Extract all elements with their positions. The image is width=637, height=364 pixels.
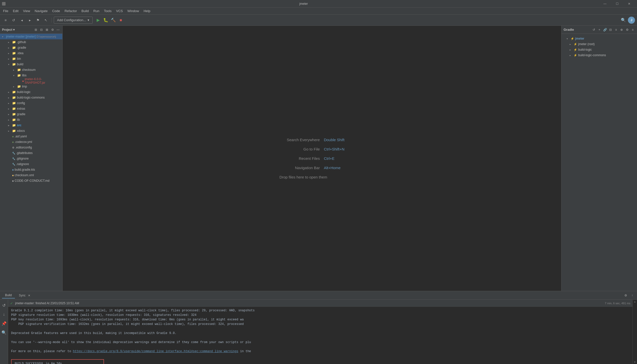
tree-item-editorconfig[interactable]: ⚙ .editorconfig [0,145,62,150]
panel-icon-expand[interactable]: ⊠ [45,27,49,32]
tree-item-jar[interactable]: ▸ ■ jmeter-6.0.0-SNAPSHOT.jar [0,78,62,84]
tree-item-build-logic-commons[interactable]: ▸ 📁 build-logic-commons [0,95,62,100]
panel-icon-close[interactable]: — [56,27,60,32]
menu-vcs[interactable]: VCS [114,8,125,14]
bottom-expand-icon[interactable]: ↑ [629,293,635,298]
tree-item-build-gradle[interactable]: ■ build.gradle.kts [0,167,62,172]
run-debug-button[interactable]: 🐛 [102,17,109,24]
hint-search-everywhere: Search Everywhere Double Shift [279,138,344,142]
tree-item-gradle[interactable]: ▸ 📁 gradle [0,111,62,117]
tree-root-label: jmeter-master [jmeter] D:\opensource\j [6,35,56,38]
tree-item-config[interactable]: ▸ 📁 config [0,100,62,106]
panel-icon-scroll-to[interactable]: ⊟ [39,27,44,32]
gradle-sort-icon[interactable]: ≡ [614,27,618,32]
tree-item-lib[interactable]: ▸ 📁 lib [0,117,62,123]
tree-item-github[interactable]: ▸ 📁 .github [0,39,62,45]
scroll-up-icon[interactable]: ▲ [634,300,636,303]
scroll-down-icon[interactable]: ▼ [634,361,636,363]
build-filter-icon[interactable]: 🔍 [1,329,8,336]
build-pin-icon[interactable]: 📌 [1,320,8,327]
tree-item-tmp[interactable]: ▸ 📁 tmp [0,84,62,89]
window-controls[interactable]: — ☐ ✕ [599,0,635,8]
tree-item-gitattributes[interactable]: 🔧 .gitattributes [0,150,62,156]
close-button[interactable]: ✕ [623,0,635,8]
toolbar-cursor[interactable]: ↖ [42,17,49,24]
run-stop-button[interactable]: ■ [117,17,124,24]
menu-run[interactable]: Run [91,8,101,14]
hint-search-label: Search Everywhere [279,138,320,142]
panel-icon-settings[interactable]: ⚙ [50,27,55,32]
gradle-expand-icon[interactable]: ⊟ [608,27,613,32]
gradle-label-build-logic: build-logic [578,48,592,51]
tree-item-asf-yaml[interactable]: ■ .asf.yaml [0,134,62,139]
menu-code[interactable]: Code [50,8,62,14]
maximize-button[interactable]: ☐ [611,0,623,8]
menu-view[interactable]: View [21,8,32,14]
hint-drop-text: Drop files here to open them [279,175,327,179]
gradle-item-jmeter[interactable]: ▾ ⚡ jmeter [562,36,637,41]
menu-refactor[interactable]: Refactor [63,8,79,14]
tab-build[interactable]: Build [2,292,15,298]
search-everywhere-icon[interactable]: 🔍 [620,17,627,24]
bottom-tab-icons: ⚙ ↑ [623,293,635,298]
tree-item-codecov[interactable]: ■ .codecov.yml [0,139,62,145]
toolbar-nav-back[interactable]: ≡ [2,17,9,24]
hint-nav-label: Navigation Bar [279,166,320,170]
tree-item-bin[interactable]: ▸ 📁 bin [0,56,62,62]
tree-label-build-logic: build-logic [17,90,31,94]
tree-item-gradle-folder[interactable]: ▸ 📁 .gradle [0,45,62,50]
build-scroll-icon[interactable]: ↓ [1,311,8,318]
run-build-button[interactable]: 🔨 [110,17,117,24]
build-output-content[interactable]: Gradle 9.1.2 completion time: 16ms (goes… [8,307,632,364]
bottom-settings-icon[interactable]: ⚙ [623,293,628,298]
tab-sync-close[interactable]: ✕ [28,294,30,297]
gradle-filter-icon[interactable]: ⊕ [619,27,624,32]
gradle-link-icon[interactable]: 🔗 [603,27,607,32]
tree-item-src[interactable]: ▸ 📁 src [0,123,62,128]
tree-item-checksum[interactable]: ▸ 📁 checksum [0,67,62,73]
toolbar-bookmark[interactable]: ⚑ [34,17,41,24]
minimize-button[interactable]: — [599,0,611,8]
menu-navigate[interactable]: Navigate [33,8,49,14]
tree-label-gradle-folder: .gradle [17,46,26,49]
gradle-settings-icon[interactable]: ⚙ [625,27,629,32]
tree-root[interactable]: ▾ jmeter-master [jmeter] D:\opensource\j [0,34,62,39]
gradle-add-icon[interactable]: + [597,27,602,32]
bottom-panel: Build Sync ✕ ⚙ ↑ ↺ ↓ 📌 🔍 ✓ [0,291,637,364]
gradle-docs-link[interactable]: https://docs.gradle.org/8.9/userguide/co… [73,350,238,353]
build-rerun-icon[interactable]: ↺ [1,302,8,309]
gradle-item-build-logic[interactable]: ▸ ⚡ build-logic [562,47,637,52]
menu-window[interactable]: Window [125,8,141,14]
menu-tools[interactable]: Tools [102,8,114,14]
gradle-item-build-logic-commons[interactable]: ▸ ⚡ build-logic-commons [562,52,637,58]
tree-item-ratignore[interactable]: 🔧 .ratignore [0,161,62,167]
tree-item-checksum-xml[interactable]: ■ checksum.xml [0,172,62,178]
toolbar-refresh[interactable]: ↺ [10,17,17,24]
menu-help[interactable]: Help [142,8,152,14]
panel-icon-locate[interactable]: ⊞ [34,27,38,32]
tree-label-gradle: gradle [17,112,25,116]
add-configuration-button[interactable]: Add Configuration... ▾ [54,17,93,24]
gradle-toolbar-icon[interactable]: ≡ [630,27,635,32]
tree-label-tmp: tmp [22,85,27,88]
toolbar-nav-next[interactable]: ▸ [26,17,33,24]
tree-item-build-logic[interactable]: ▸ 📁 build-logic [0,89,62,95]
menu-file[interactable]: File [1,8,10,14]
tree-item-extras[interactable]: ▸ 📁 extras [0,106,62,111]
tree-item-conduct[interactable]: ■ CODE-OF-CONDUCT.md [0,178,62,184]
right-scrollbar[interactable]: ▲ ▼ [632,300,637,364]
tree-item-build[interactable]: ▾ 📁 build [0,62,62,67]
tree-label-idea: .idea [17,51,23,55]
tree-item-xdocs[interactable]: ▸ 📁 xdocs [0,128,62,134]
menu-build[interactable]: Build [79,8,91,14]
gradle-panel-icons: ↺ + 🔗 ⊟ ≡ ⊕ ⚙ ≡ [592,27,635,32]
gradle-item-jmeter-root[interactable]: ▸ ⚡ jmeter (root) [562,41,637,47]
toolbar-nav-prev[interactable]: ◂ [18,17,25,24]
run-play-button[interactable]: ▶ [95,17,102,24]
tree-item-gitignore[interactable]: 🔧 .gitignore [0,156,62,161]
gradle-refresh-icon[interactable]: ↺ [592,27,596,32]
tree-item-idea[interactable]: ▸ 📁 .idea [0,50,62,56]
user-avatar[interactable]: J [628,17,635,24]
menu-edit[interactable]: Edit [11,8,20,14]
tab-sync[interactable]: Sync ✕ [16,293,33,298]
